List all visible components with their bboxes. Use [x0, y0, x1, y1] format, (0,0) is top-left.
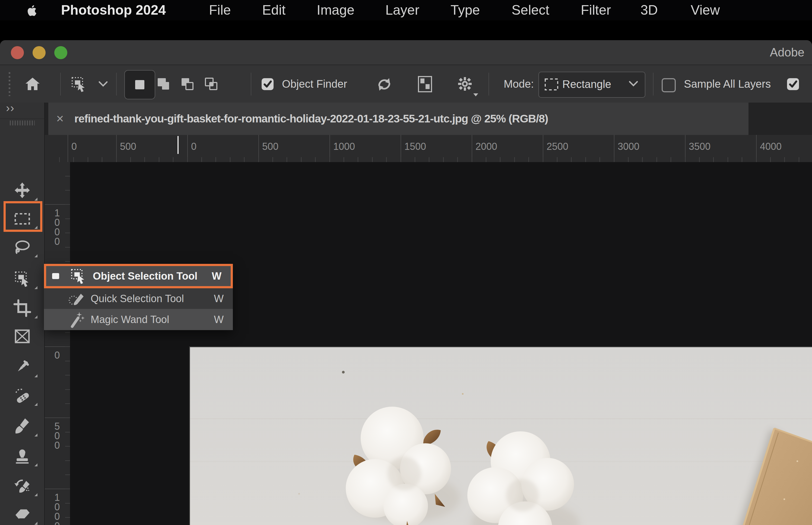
tool-clone-stamp[interactable] [5, 443, 40, 469]
apple-logo-icon[interactable] [25, 3, 39, 18]
show-all-objects-icon[interactable] [417, 75, 433, 93]
tools-panel-grip[interactable] [10, 121, 35, 125]
gear-dropdown-arrow [473, 93, 478, 96]
hruler-label: 500 [120, 141, 136, 152]
hruler-label: 1000 [333, 141, 355, 152]
document-image[interactable] [189, 346, 812, 525]
flyout-item-magic-wand[interactable]: Magic Wand Tool W [44, 309, 233, 330]
hruler-label: 3500 [689, 141, 710, 152]
hruler-label: 1500 [404, 141, 426, 152]
minimize-window-button[interactable] [33, 46, 46, 59]
chevron-down-icon [628, 80, 639, 88]
menu-image[interactable]: Image [317, 0, 354, 20]
tool-crop[interactable] [5, 295, 40, 321]
home-icon[interactable] [24, 75, 41, 93]
window-title: Adobe [770, 40, 805, 65]
gear-icon[interactable] [456, 75, 474, 93]
flyout-item-quick-selection[interactable]: Quick Selection Tool W [44, 288, 233, 309]
object-selection-tool-icon [70, 267, 87, 285]
tool-frame[interactable] [5, 323, 40, 349]
tools-panel-header[interactable]: ›› [0, 103, 44, 119]
edge-checkbox-checked[interactable] [786, 78, 799, 91]
quick-selection-tool-icon [67, 290, 85, 307]
separator [251, 73, 251, 95]
zoom-window-button[interactable] [54, 46, 67, 59]
ruler-horizontal[interactable]: 050005001000150020002500300035004000 [45, 135, 812, 163]
document-tab[interactable]: ✕ refined-thank-you-gift-basket-for-roma… [48, 103, 749, 135]
separator [653, 73, 654, 95]
current-tool-bullet [52, 273, 59, 279]
menu-3d[interactable]: 3D [641, 0, 658, 20]
photoshop-window: Adobe [0, 40, 812, 525]
refresh-icon[interactable] [376, 76, 393, 93]
rectangle-mode-icon [544, 78, 559, 91]
tool-history-brush[interactable] [5, 473, 40, 499]
mode-label: Mode: [504, 65, 534, 103]
document-tab-bar: ✕ refined-thank-you-gift-basket-for-roma… [45, 103, 812, 135]
object-finder-checkbox[interactable] [261, 78, 274, 91]
tool-move[interactable] [5, 177, 40, 203]
hruler-label: 3000 [618, 141, 639, 152]
tool-brush[interactable] [5, 413, 40, 439]
vruler-label: 1000 [51, 492, 63, 525]
mode-value: Rectangle [562, 72, 611, 96]
vruler-label: 500 [51, 421, 63, 449]
hruler-label: 4000 [760, 141, 782, 152]
tool-eraser[interactable] [5, 501, 40, 525]
tool-spot-healing-brush[interactable] [5, 382, 40, 408]
magic-wand-tool-icon [67, 311, 85, 328]
sample-all-layers-checkbox[interactable] [662, 78, 676, 92]
options-bar-grip[interactable] [9, 72, 10, 96]
separator [60, 73, 61, 95]
tool-lasso[interactable] [5, 234, 40, 260]
separator [489, 73, 489, 95]
tools-panel: ›› [0, 103, 45, 525]
app-menu-title[interactable]: Photoshop 2024 [61, 0, 166, 20]
menu-type[interactable]: Type [450, 0, 480, 20]
object-finder-label: Object Finder [282, 65, 347, 103]
separator [116, 73, 117, 95]
macos-menu-bar: Photoshop 2024 File Edit Image Layer Typ… [0, 0, 812, 20]
tool-flyout-menu: Object Selection Tool W Quick Selection … [44, 264, 233, 330]
active-tool-highlight [3, 201, 42, 232]
ruler-cursor-marker [178, 136, 179, 154]
vruler-label: 1000 [51, 207, 63, 245]
tool-eyedropper[interactable] [5, 354, 40, 380]
chevron-down-icon[interactable] [97, 80, 109, 89]
close-window-button[interactable] [11, 46, 24, 59]
sample-all-layers-label: Sample All Layers [684, 65, 771, 103]
menu-file[interactable]: File [209, 0, 231, 20]
document-tab-title: refined-thank-you-gift-basket-for-romant… [74, 103, 548, 135]
object-selection-tool-icon[interactable] [70, 75, 87, 93]
vruler-label: 0 [51, 350, 63, 359]
menu-filter[interactable]: Filter [581, 0, 611, 20]
intersect-selection-button[interactable] [197, 70, 226, 98]
tool-object-selection[interactable] [5, 266, 40, 292]
hruler-label: 2000 [475, 141, 497, 152]
menu-select[interactable]: Select [511, 0, 549, 20]
hruler-label: 0 [71, 141, 77, 152]
collapse-panel-icon[interactable]: ›› [6, 102, 15, 115]
flyout-item-object-selection[interactable]: Object Selection Tool W [44, 264, 233, 288]
menu-view[interactable]: View [691, 0, 720, 20]
window-title-bar[interactable]: Adobe [0, 40, 812, 65]
menu-layer[interactable]: Layer [385, 0, 419, 20]
hruler-label: 500 [262, 141, 278, 152]
photoshop-screen: Photoshop 2024 File Edit Image Layer Typ… [0, 0, 812, 525]
ruler-vertical[interactable]: 1000500050010001 [45, 162, 71, 525]
mode-dropdown[interactable]: Rectangle [538, 72, 645, 98]
hruler-label: 0 [191, 141, 197, 152]
menu-edit[interactable]: Edit [262, 0, 286, 20]
canvas-area[interactable] [70, 162, 812, 525]
tool-options-bar: Object Finder [0, 65, 812, 103]
photo-content [190, 347, 812, 525]
close-tab-icon[interactable]: ✕ [56, 103, 64, 135]
hruler-label: 2500 [547, 141, 568, 152]
